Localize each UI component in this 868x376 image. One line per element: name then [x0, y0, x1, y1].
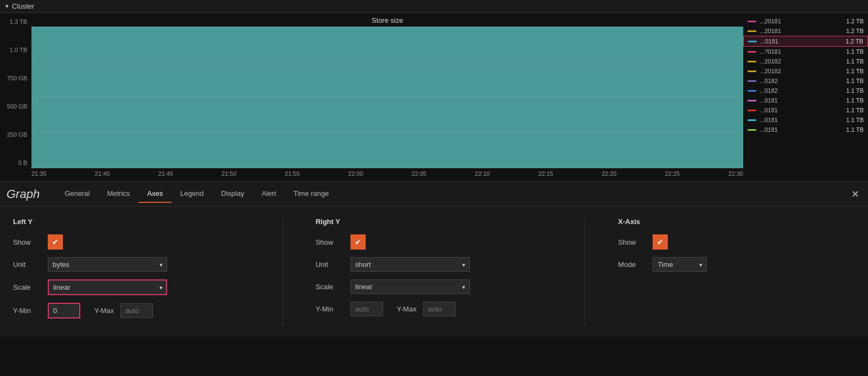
y-label-6: 0 B: [4, 160, 27, 166]
legend-item[interactable]: ...201821.1 TB: [743, 66, 868, 76]
left-y-show-row: Show ✔: [13, 234, 250, 250]
tab-display[interactable]: Display: [213, 185, 253, 203]
legend-item-value: 1.2 TB: [846, 28, 864, 34]
legend-item[interactable]: ...201811.2 TB: [743, 26, 868, 36]
chart-legend: ...201811.2 TB...201811.2 TB...01811.2 T…: [743, 13, 868, 181]
left-y-scale-wrapper: linear log: [48, 279, 167, 295]
legend-item-value: 1.1 TB: [846, 78, 864, 84]
right-y-ymax-input[interactable]: [423, 302, 456, 316]
legend-item[interactable]: ...01811.1 TB: [743, 125, 868, 135]
legend-item-name: ...20181: [760, 28, 843, 34]
legend-item-name: ...?0181: [760, 48, 843, 55]
right-y-show-checkbox[interactable]: ✔: [350, 234, 366, 250]
legend-color-swatch: [748, 51, 756, 53]
x-axis-section: X-Axis Show ✔ Mode Time Series Histogram: [618, 218, 855, 326]
y-label-4: 500 GB: [4, 103, 27, 110]
close-button[interactable]: ✕: [851, 188, 859, 200]
right-y-unit-select[interactable]: short bytes none percent: [350, 257, 470, 272]
right-y-ymin-label: Y-Min: [316, 305, 344, 313]
legend-item[interactable]: ...01811.1 TB: [743, 95, 868, 105]
tab-legend[interactable]: Legend: [171, 185, 212, 203]
legend-item[interactable]: ...201821.1 TB: [743, 56, 868, 66]
legend-item[interactable]: ...01811.2 TB: [743, 36, 868, 47]
legend-color-swatch: [748, 90, 756, 92]
left-y-scale-label: Scale: [13, 283, 41, 291]
legend-color-swatch: [748, 61, 756, 62]
legend-color-swatch: [748, 119, 756, 121]
left-y-unit-select[interactable]: bytes short none percent: [48, 257, 167, 272]
left-y-show-checkbox[interactable]: ✔: [48, 234, 63, 250]
legend-item-name: ...0181: [760, 117, 843, 123]
right-y-unit-wrapper: short bytes none percent: [350, 257, 470, 272]
x-label: 21:40: [95, 170, 110, 181]
chart-grid: [31, 27, 743, 168]
left-y-scale-select[interactable]: linear log: [48, 279, 167, 295]
panel-content: Left Y Show ✔ Unit bytes short none perc…: [0, 207, 868, 337]
legend-color-swatch: [748, 71, 756, 72]
cluster-chevron-icon: ▾: [5, 3, 9, 10]
legend-item-name: ...0181: [760, 97, 843, 104]
legend-item-value: 1.1 TB: [846, 117, 864, 123]
y-label-3: 750 GB: [4, 75, 27, 81]
grid-line: [31, 132, 743, 133]
legend-color-swatch: [748, 21, 756, 22]
legend-item-name: ...0182: [760, 87, 843, 94]
left-y-ymin-input[interactable]: [48, 303, 80, 318]
legend-item[interactable]: ...01811.1 TB: [743, 115, 868, 125]
right-y-scale-wrapper: linear log: [350, 279, 470, 294]
x-label: 21:35: [31, 170, 47, 181]
x-label: 22:10: [475, 170, 490, 181]
left-y-ymax-label: Y-Max: [87, 307, 114, 315]
left-y-ymax-input[interactable]: [120, 303, 153, 318]
x-axis-mode-label: Mode: [618, 260, 646, 269]
x-axis-mode-row: Mode Time Series Histogram: [618, 257, 855, 272]
legend-item[interactable]: ...?01811.1 TB: [743, 47, 868, 56]
divider-left-right: [283, 218, 283, 326]
chart-main: Store size 21:35 21:40 21:45 21:50 21:55…: [31, 13, 743, 181]
x-label: 22:20: [602, 170, 617, 181]
legend-item[interactable]: ...01811.1 TB: [743, 105, 868, 115]
right-y-title: Right Y: [316, 218, 553, 226]
y-label-1: 1.3 TB: [4, 18, 27, 25]
tabs: General Metrics Axes Legend Display Aler…: [56, 185, 337, 203]
left-y-section: Left Y Show ✔ Unit bytes short none perc…: [13, 218, 250, 326]
tab-metrics[interactable]: Metrics: [98, 185, 138, 203]
legend-item-value: 1.1 TB: [846, 126, 864, 133]
legend-item[interactable]: ...01821.1 TB: [743, 86, 868, 95]
panel-header: Graph General Metrics Axes Legend Displa…: [0, 182, 868, 207]
tab-axes[interactable]: Axes: [138, 185, 171, 203]
left-y-minmax-row: Y-Min Y-Max: [13, 303, 250, 318]
x-label: 21:45: [158, 170, 174, 181]
x-axis-show-row: Show ✔: [618, 234, 855, 250]
legend-color-swatch: [748, 129, 756, 131]
legend-item-value: 1.1 TB: [846, 87, 864, 94]
x-axis-title: X-Axis: [618, 218, 855, 226]
legend-item-name: ...20182: [760, 68, 843, 74]
x-axis-show-checkbox[interactable]: ✔: [653, 234, 668, 250]
tab-time-range[interactable]: Time range: [285, 185, 337, 203]
chart-area[interactable]: [31, 27, 743, 168]
x-label: 22:00: [348, 170, 363, 181]
right-y-scale-select[interactable]: linear log: [350, 279, 470, 294]
legend-item-value: 1.1 TB: [846, 48, 864, 55]
right-y-scale-label: Scale: [316, 283, 344, 291]
x-axis-mode-wrapper: Time Series Histogram: [653, 257, 707, 272]
legend-item[interactable]: ...01821.1 TB: [743, 76, 868, 86]
grid-line: [31, 168, 743, 168]
legend-item-name: ...0181: [760, 38, 843, 44]
legend-item-value: 1.1 TB: [846, 68, 864, 74]
tab-general[interactable]: General: [56, 185, 98, 203]
x-label: 21:55: [285, 170, 300, 181]
tab-alert[interactable]: Alert: [253, 185, 285, 203]
y-label-5: 250 GB: [4, 131, 27, 138]
right-y-ymin-input[interactable]: [350, 302, 383, 316]
right-y-ymax-label: Y-Max: [390, 305, 417, 313]
legend-item[interactable]: ...201811.2 TB: [743, 16, 868, 26]
left-y-unit-label: Unit: [13, 260, 41, 269]
legend-item-name: ...0181: [760, 126, 843, 133]
right-y-unit-label: Unit: [316, 260, 344, 269]
x-label: 22:05: [412, 170, 427, 181]
left-y-ymin-label: Y-Min: [13, 307, 41, 315]
legend-color-swatch: [748, 100, 756, 101]
x-axis-mode-select[interactable]: Time Series Histogram: [653, 257, 707, 272]
